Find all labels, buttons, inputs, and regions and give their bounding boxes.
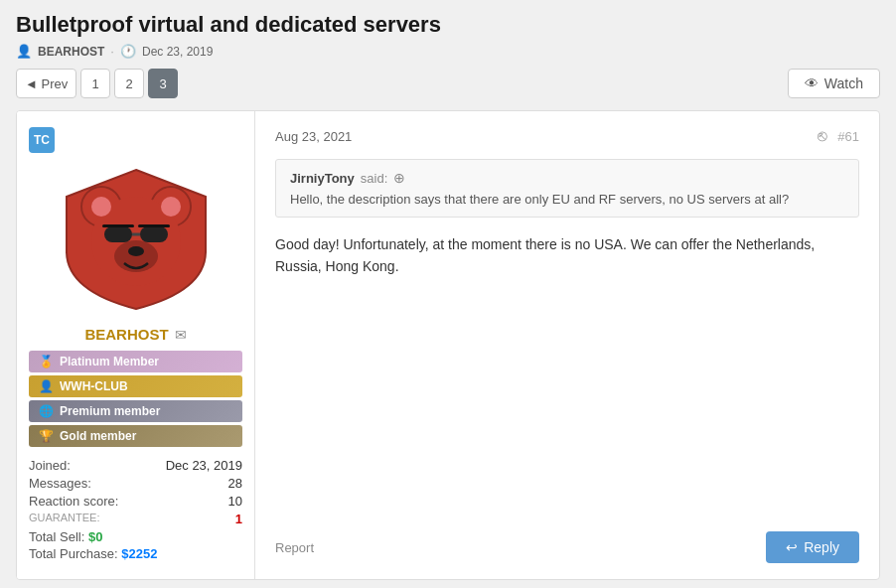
post-footer: Report ↩ Reply (275, 521, 859, 563)
joined-value: Dec 23, 2019 (166, 458, 242, 473)
avatar-initials: TC (29, 127, 55, 153)
quote-expand-icon[interactable]: ⊕ (393, 170, 405, 186)
avatar-image (47, 157, 225, 316)
page-1-button[interactable]: 1 (80, 69, 110, 98)
page-3-button[interactable]: 3 (148, 69, 178, 98)
badge-platinum: 🏅 Platinum Member (29, 351, 242, 372)
premium-icon: 🌐 (39, 404, 54, 418)
joined-row: Joined: Dec 23, 2019 (29, 458, 242, 473)
svg-point-10 (91, 197, 111, 217)
post-actions-right: ⎋ #61 (818, 127, 859, 145)
thread-author: BEARHOST (38, 45, 104, 59)
svg-rect-4 (104, 226, 132, 242)
svg-point-9 (128, 246, 144, 256)
messages-label: Messages: (29, 476, 91, 491)
guarantee-row: GUARANTEE: 1 (29, 512, 242, 526)
username-row: BEARHOST ✉ (84, 326, 186, 343)
total-sell-row: Total Sell: $0 (29, 529, 242, 544)
svg-rect-5 (140, 226, 168, 242)
report-link[interactable]: Report (275, 540, 314, 555)
guarantee-label: GUARANTEE: (29, 512, 100, 526)
prev-button[interactable]: ◄ Prev (16, 69, 76, 98)
quote-said: said: (361, 171, 387, 186)
share-icon[interactable]: ⎋ (818, 127, 827, 145)
wwh-icon: 👤 (39, 379, 54, 393)
badge-platinum-label: Platinum Member (60, 355, 159, 368)
total-purchase-row: Total Purchase: $2252 (29, 546, 242, 561)
svg-rect-8 (138, 224, 170, 227)
total-sell-value: $0 (88, 529, 102, 544)
user-stats: Joined: Dec 23, 2019 Messages: 28 Reacti… (29, 458, 242, 563)
clock-icon: 🕐 (120, 44, 136, 59)
total-purchase-value: $2252 (121, 546, 157, 561)
watch-label: Watch (824, 75, 863, 91)
bear-avatar-svg (57, 162, 216, 311)
watch-button[interactable]: 👁 Watch (788, 69, 880, 98)
reaction-value: 10 (228, 494, 242, 509)
username[interactable]: BEARHOST (84, 326, 168, 343)
svg-point-11 (161, 197, 181, 217)
reply-label: Reply (804, 539, 839, 555)
quote-author-line: JirniyTony said: ⊕ (290, 170, 844, 186)
reply-button[interactable]: ↩ Reply (766, 531, 859, 563)
meta-separator: · (110, 44, 114, 59)
pagination-controls: ◄ Prev 1 2 3 (16, 69, 178, 98)
reaction-row: Reaction score: 10 (29, 494, 242, 509)
total-sell-label: Total Sell: (29, 529, 84, 544)
quote-block: JirniyTony said: ⊕ Hello, the descriptio… (275, 159, 859, 218)
quote-text: Hello, the description says that there a… (290, 192, 844, 207)
post-header: Aug 23, 2021 ⎋ #61 (275, 127, 859, 145)
post-content-area: Aug 23, 2021 ⎋ #61 JirniyTony said: ⊕ He… (255, 111, 879, 579)
quote-author-name: JirniyTony (290, 171, 355, 186)
gold-icon: 🏆 (39, 429, 54, 443)
reaction-label: Reaction score: (29, 494, 118, 509)
pagination-bar: ◄ Prev 1 2 3 👁 Watch (16, 69, 880, 98)
platinum-icon: 🏅 (39, 355, 54, 368)
messages-value: 28 (228, 476, 242, 491)
badge-premium-label: Premium member (60, 404, 160, 418)
user-sidebar: TC (17, 111, 255, 579)
user-icon: 👤 (16, 44, 32, 59)
messages-row: Messages: 28 (29, 476, 242, 491)
post-number: #61 (837, 129, 859, 144)
page-2-button[interactable]: 2 (114, 69, 144, 98)
guarantee-value: 1 (235, 512, 242, 526)
total-purchase-label: Total Purchase: (29, 546, 118, 561)
svg-rect-7 (102, 224, 134, 227)
badge-wwh: 👤 WWH-CLUB (29, 375, 242, 397)
badge-gold-label: Gold member (60, 429, 136, 443)
page-wrapper: Bulletproof virtual and dedicated server… (0, 0, 896, 588)
mail-icon[interactable]: ✉ (175, 327, 187, 343)
badge-premium: 🌐 Premium member (29, 400, 242, 422)
badge-gold: 🏆 Gold member (29, 425, 242, 447)
reply-icon: ↩ (786, 539, 798, 555)
badge-wwh-label: WWH-CLUB (60, 379, 128, 393)
eye-icon: 👁 (805, 75, 819, 91)
thread-date: Dec 23, 2019 (142, 45, 213, 59)
thread-meta: 👤 BEARHOST · 🕐 Dec 23, 2019 (16, 44, 880, 59)
post-date: Aug 23, 2021 (275, 129, 352, 144)
thread-title: Bulletproof virtual and dedicated server… (16, 12, 880, 38)
post-body: Good day! Unfortunately, at the moment t… (275, 233, 859, 502)
post-container: TC (16, 110, 880, 580)
joined-label: Joined: (29, 458, 71, 473)
